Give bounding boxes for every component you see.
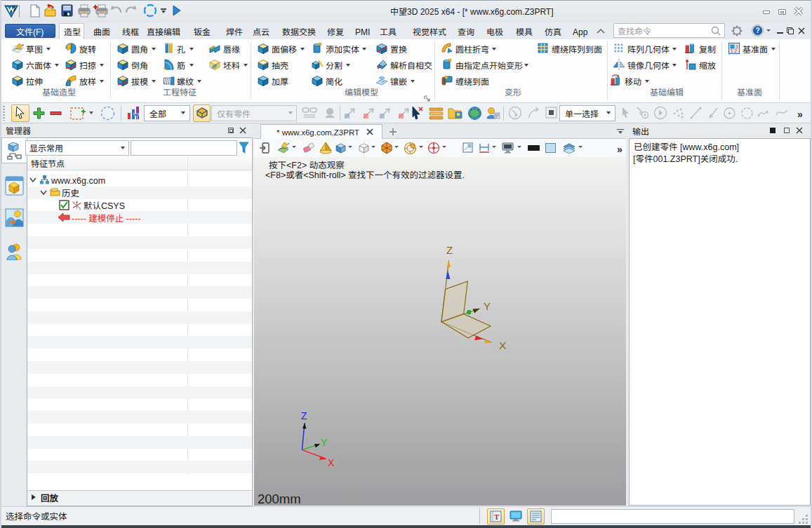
svg-text:Y: Y bbox=[72, 201, 75, 205]
svg-text:Y: Y bbox=[321, 437, 328, 448]
svg-text:Y: Y bbox=[484, 300, 491, 312]
svg-text:X: X bbox=[328, 457, 335, 468]
svg-text:X: X bbox=[499, 339, 507, 351]
svg-text:?: ? bbox=[755, 27, 759, 34]
svg-text:1 2: 1 2 bbox=[731, 48, 737, 53]
svg-text:Z: Z bbox=[446, 244, 453, 256]
svg-text:x: x bbox=[79, 207, 81, 210]
svg-text:Z: Z bbox=[301, 410, 307, 421]
svg-text:T: T bbox=[494, 513, 500, 521]
